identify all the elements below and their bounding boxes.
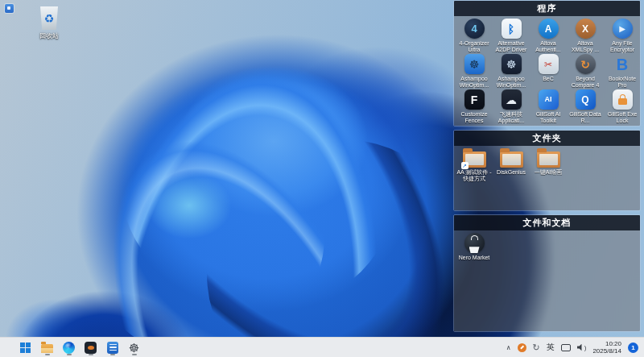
shortcut-arrow-icon: ↗ [461,162,469,169]
app-tile-nero-market[interactable]: Nero Market [456,233,493,261]
wallpaper-petal [48,89,362,357]
files-grid: Nero Market [454,230,640,261]
app-label: GiliSoft Exe Lock [604,111,641,124]
system-tray: ∧ ↻ 英 ) 10:20 2025/8/14 1 [506,340,644,355]
a2dp-driver-icon: ᛒ [502,19,522,39]
app-tile-a2dp-driver[interactable]: ᛒAlternative A2DP Driver [493,19,530,53]
app-tile-fences[interactable]: FCustomize Fences [456,89,493,124]
settings-button[interactable]: ☸ [127,340,141,355]
running-indicator [89,354,93,355]
app-label: Customize Fences [456,111,493,124]
app-label: Any File Encryptor [604,40,641,53]
network-display-icon[interactable] [561,344,571,351]
tray-orange-app-icon[interactable] [518,343,526,352]
nero-market-icon [464,233,485,253]
4-organizer-icon: 4 [464,19,485,39]
app-label: Ashampoo WinOptim... [456,76,493,89]
app-tile-ashampoo-winoptimizer-dark[interactable]: ☸Ashampoo WinOptim... [493,54,530,89]
altova-xmlspy-icon: X [576,19,596,39]
gilisoft-data-recovery-icon: Q [576,89,596,110]
notes-app-icon [107,342,118,354]
app-label: AA 测试软件 - 快捷方式 [456,169,493,182]
file-explorer-button[interactable] [40,340,54,355]
app-tile-any-file-encryptor[interactable]: ▶Any File Encryptor [604,19,641,53]
app-label: Altova Authenti... [530,40,567,53]
app-label: Ashampoo WinOptim... [493,76,530,89]
cloud-app-icon: ☁ [502,89,522,110]
fence-title[interactable]: 程序 [454,1,640,16]
fence-section-files: 文件和文档 Nero Market [453,214,641,332]
app-label: BookxNote Pro [604,76,641,89]
programs-grid: 44-Organizer UltraᛒAlternative A2DP Driv… [454,16,640,124]
app-tile-folder[interactable]: DiskGenius [493,148,530,182]
gear-icon: ☸ [129,342,139,354]
dark-app-button[interactable] [84,340,97,355]
recycle-bin-label: 回收站 [24,31,74,40]
altova-authentic-icon: A [539,19,559,39]
folders-grid: ↗AA 测试软件 - 快捷方式DiskGenius一键AI绘画 [454,146,640,182]
app-label: DiskGenius [493,169,530,176]
app-tile-folder[interactable]: 一键AI绘画 [530,148,567,182]
app-tile-folder-shortcut[interactable]: ↗AA 测试软件 - 快捷方式 [456,148,493,182]
ime-indicator[interactable]: 英 [547,342,555,353]
wallpaper-petal [105,51,410,328]
recycle-bin-icon: ♻ [39,6,60,30]
app-tile-gilisoft-ai-toolkit[interactable]: AIGiliSoft AI Toolkit [530,89,567,124]
start-button[interactable] [19,340,32,355]
volume-icon[interactable]: ) [577,344,587,351]
folder-icon [41,344,53,353]
fence-title[interactable]: 文件和文档 [454,215,640,230]
dark-app-icon [85,342,97,354]
app-label: BeC [530,76,567,82]
app-tile-beyond-compare[interactable]: ↻Beyond Compare 4 [567,54,604,89]
running-indicator [45,354,50,355]
tray-date: 2025/8/14 [592,347,621,355]
running-indicator [110,354,115,355]
app-label: 飞速科技 Applicati... [493,111,530,124]
bec-icon: ✂ [539,54,559,74]
app-label: Altova XMLSpy ... [567,40,604,53]
app-label: GiliSoft AI Toolkit [530,111,567,124]
taskbar-buttons: ☸ [0,340,141,355]
recycle-bin[interactable]: ♻ 回收站 [24,6,74,40]
app-label: Nero Market [456,255,493,261]
any-file-encryptor-icon: ▶ [613,19,633,39]
folder-shortcut-icon: ↗ [463,152,486,168]
gilisoft-ai-toolkit-icon: AI [539,89,559,110]
app-label: 一键AI绘画 [530,169,567,176]
running-indicator [67,354,72,355]
fence-title[interactable]: 文件夹 [454,131,640,146]
folder-icon [537,152,560,168]
notes-app-button[interactable] [105,340,119,355]
edge-button[interactable] [62,340,76,355]
bookxnote-icon: B [613,54,633,74]
app-tile-gilisoft-exe-lock[interactable]: GiliSoft Exe Lock [604,89,641,124]
tray-sync-icon[interactable]: ↻ [533,343,540,352]
app-tile-cloud-app[interactable]: ☁飞速科技 Applicati... [493,89,530,124]
app-tile-ashampoo-winoptimizer-blue[interactable]: ☸Ashampoo WinOptim... [456,54,493,89]
beyond-compare-icon: ↻ [576,54,596,74]
desktop-shortcut-icon[interactable] [5,4,14,13]
edge-icon [63,342,75,354]
app-tile-altova-xmlspy[interactable]: XAltova XMLSpy ... [567,19,604,53]
gilisoft-exe-lock-icon [613,89,633,110]
app-label: Beyond Compare 4 [567,76,604,89]
app-label: 4-Organizer Ultra [456,40,493,53]
app-tile-gilisoft-data-recovery[interactable]: QGiliSoft Data R... [567,89,604,124]
app-tile-bookxnote[interactable]: BBookxNote Pro [604,54,641,89]
tray-time: 10:20 [592,340,621,347]
app-tile-bec[interactable]: ✂BeC [530,54,567,89]
app-tile-altova-authentic[interactable]: AAltova Authenti... [530,19,567,53]
app-tile-4-organizer[interactable]: 44-Organizer Ultra [456,19,493,53]
recycle-glyph: ♻ [44,13,55,24]
app-label: GiliSoft Data R... [567,111,604,124]
ashampoo-winoptimizer-blue-icon: ☸ [464,54,485,74]
clock[interactable]: 10:20 2025/8/14 [592,340,621,355]
windows-logo-icon [20,342,31,353]
taskbar: ☸ ∧ ↻ 英 ) 10:20 2025/8/14 1 [0,337,644,357]
ashampoo-winoptimizer-dark-icon: ☸ [502,54,522,74]
fence-section-programs: 程序 44-Organizer UltraᛒAlternative A2DP D… [453,0,641,127]
app-label: Alternative A2DP Driver [493,40,530,53]
tray-chevron-icon[interactable]: ∧ [506,344,511,351]
notification-badge[interactable]: 1 [628,342,638,353]
